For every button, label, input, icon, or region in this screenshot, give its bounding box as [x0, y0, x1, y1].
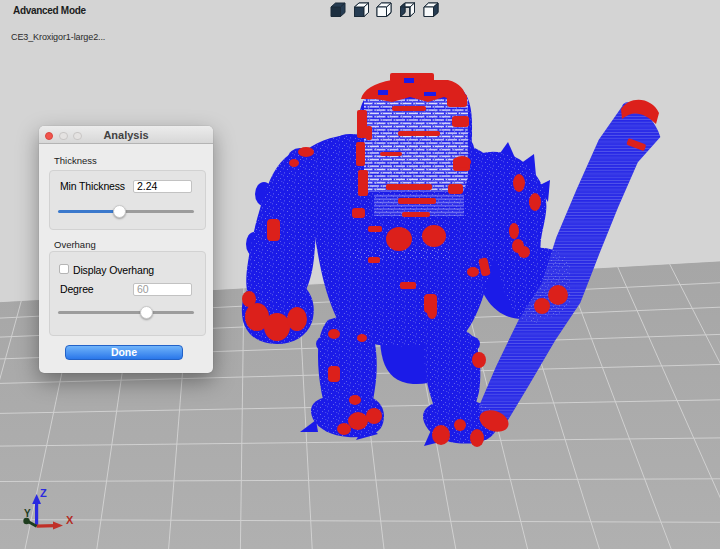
svg-text:X: X — [66, 514, 74, 526]
svg-text:Z: Z — [40, 487, 47, 499]
svg-text:Y: Y — [24, 508, 31, 519]
